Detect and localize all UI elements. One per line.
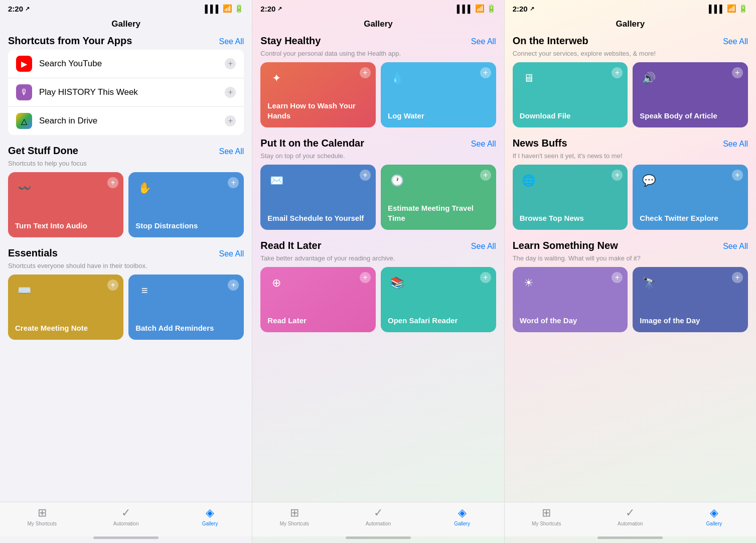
add-image-of-day-button[interactable]: + — [732, 272, 743, 283]
status-left-2: 2:20 ↗ — [260, 5, 282, 13]
home-indicator-1 — [93, 536, 159, 539]
automation-icon-1: ✓ — [121, 506, 130, 519]
tab-automation-2[interactable]: ✓ Automation — [336, 506, 420, 526]
add-log-water-button[interactable]: + — [480, 67, 491, 78]
card-batch-reminders[interactable]: ≡ + Batch Add Reminders — [128, 275, 244, 340]
card-speak-article[interactable]: 🔊 + Speak Body of Article — [633, 62, 748, 127]
list-icon: ≡ — [135, 282, 154, 300]
shortcut-youtube[interactable]: ▶ Search YouTube + — [8, 50, 244, 78]
nav-title-3: Gallery — [505, 15, 756, 35]
tab-gallery-2[interactable]: ◈ Gallery — [420, 506, 504, 526]
shortcut-list: ▶ Search YouTube + 🎙 Play HISTORY This W… — [8, 50, 244, 135]
drive-icon: △ — [16, 113, 32, 129]
add-twitter-explore-button[interactable]: + — [732, 170, 743, 181]
add-podcast-button[interactable]: + — [225, 87, 236, 98]
card-wash-hands[interactable]: ✦ + Learn How to Wash Your Hands — [260, 62, 376, 127]
status-right-3: ▌▌▌ 📶 🔋 — [709, 4, 748, 13]
card-twitter-explore[interactable]: 💬 + Check Twitter Explore — [633, 165, 748, 230]
droplet-icon: 💧 — [388, 69, 406, 87]
add-safari-reader-button[interactable]: + — [480, 272, 491, 283]
automation-label-1: Automation — [113, 521, 139, 526]
card-travel-time[interactable]: 🕐 + Estimate Meeting Travel Time — [381, 165, 496, 230]
my-shortcuts-icon-2: ⊞ — [290, 506, 299, 519]
cards-read-later: ⊕ + Read Later 📚 + Open Safari Reader — [260, 267, 496, 332]
shortcut-podcast[interactable]: 🎙 Play HISTORY This Week + — [8, 78, 244, 107]
gallery-icon-3: ◈ — [710, 506, 718, 519]
tab-gallery-3[interactable]: ◈ Gallery — [672, 506, 756, 526]
tab-my-shortcuts-3[interactable]: ⊞ My Shortcuts — [505, 506, 588, 526]
plus-circle-icon: ⊕ — [267, 274, 285, 292]
card-email-schedule[interactable]: ✉️ + Email Schedule to Yourself — [260, 165, 376, 230]
see-all-news-buffs[interactable]: See All — [723, 140, 748, 149]
automation-label-2: Automation — [366, 521, 391, 526]
card-turn-text-audio[interactable]: 〰️ + Turn Text Into Audio — [8, 172, 123, 237]
tab-automation-1[interactable]: ✓ Automation — [84, 506, 168, 526]
card-safari-reader[interactable]: 📚 + Open Safari Reader — [381, 267, 496, 332]
add-speak-article-button[interactable]: + — [732, 67, 743, 78]
status-left-1: 2:20 ↗ — [8, 5, 30, 13]
card-create-meeting-note[interactable]: ⌨️ + Create Meeting Note — [8, 275, 123, 340]
card-label-turn-text: Turn Text Into Audio — [15, 221, 116, 231]
section-title-read-later: Read It Later — [260, 240, 321, 251]
section-header-gsd: Get Stuff Done See All — [8, 145, 244, 157]
section-header-read-later: Read It Later See All — [260, 240, 496, 251]
scroll-area-3: On the Interweb See All Connect your ser… — [505, 35, 756, 502]
add-download-file-button[interactable]: + — [612, 67, 623, 78]
card-image-of-day[interactable]: 🔭 + Image of the Day — [633, 267, 748, 332]
section-header-interweb: On the Interweb See All — [513, 35, 748, 47]
section-header-learn-new: Learn Something New See All — [513, 240, 748, 251]
add-browse-news-button[interactable]: + — [612, 170, 623, 181]
card-log-water[interactable]: 💧 + Log Water — [381, 62, 496, 127]
my-shortcuts-icon-1: ⊞ — [38, 506, 47, 519]
card-read-later[interactable]: ⊕ + Read Later — [260, 267, 376, 332]
tab-my-shortcuts-2[interactable]: ⊞ My Shortcuts — [252, 506, 336, 526]
status-bar-3: 2:20 ↗ ▌▌▌ 📶 🔋 — [505, 0, 756, 15]
tab-my-shortcuts-1[interactable]: ⊞ My Shortcuts — [0, 506, 84, 526]
see-all-stay-healthy[interactable]: See All — [471, 37, 496, 46]
see-all-read-later[interactable]: See All — [471, 242, 496, 251]
section-subtitle-read-later: Take better advantage of your reading ar… — [260, 254, 496, 262]
see-all-interweb[interactable]: See All — [723, 37, 748, 46]
add-youtube-button[interactable]: + — [225, 58, 236, 69]
battery-icon-1: 🔋 — [234, 4, 244, 13]
section-title-learn-new: Learn Something New — [513, 240, 618, 251]
card-label-twitter-explore: Check Twitter Explore — [640, 213, 741, 223]
shortcut-drive-label: Search in Drive — [39, 116, 225, 126]
add-word-of-day-button[interactable]: + — [612, 272, 623, 283]
see-all-gsd[interactable]: See All — [219, 147, 244, 156]
add-batch-reminders-button[interactable]: + — [228, 280, 239, 291]
my-shortcuts-label-1: My Shortcuts — [28, 521, 57, 526]
globe-icon: 🌐 — [520, 172, 538, 190]
add-read-later-button[interactable]: + — [360, 272, 371, 283]
status-right-2: ▌▌▌ 📶 🔋 — [457, 4, 496, 13]
see-all-calendar[interactable]: See All — [471, 140, 496, 149]
add-turn-text-button[interactable]: + — [107, 177, 118, 188]
shortcut-drive[interactable]: △ Search in Drive + — [8, 107, 244, 135]
add-drive-button[interactable]: + — [225, 115, 236, 126]
cards-news-buffs: 🌐 + Browse Top News 💬 + Check Twitter Ex… — [513, 165, 748, 230]
tab-automation-3[interactable]: ✓ Automation — [588, 506, 672, 526]
see-all-learn-new[interactable]: See All — [723, 242, 748, 251]
see-all-shortcuts[interactable]: See All — [219, 37, 244, 46]
add-stop-distractions-button[interactable]: + — [228, 177, 239, 188]
automation-icon-2: ✓ — [374, 506, 383, 519]
tab-bar-3: ⊞ My Shortcuts ✓ Automation ◈ Gallery — [505, 502, 756, 536]
card-stop-distractions[interactable]: ✋ + Stop Distractions — [128, 172, 244, 237]
add-email-schedule-button[interactable]: + — [360, 170, 371, 181]
section-subtitle-essentials: Shortcuts everyone should have in their … — [8, 262, 244, 269]
see-all-essentials[interactable]: See All — [219, 249, 244, 258]
card-word-of-day[interactable]: ☀ + Word of the Day — [513, 267, 628, 332]
add-travel-time-button[interactable]: + — [480, 170, 491, 181]
card-browse-top-news[interactable]: 🌐 + Browse Top News — [513, 165, 628, 230]
battery-icon-3: 🔋 — [738, 4, 748, 13]
section-header-calendar: Put It on the Calendar See All — [260, 138, 496, 149]
card-label-batch-reminders: Batch Add Reminders — [135, 323, 237, 333]
add-wash-hands-button[interactable]: + — [360, 67, 371, 78]
time-2: 2:20 — [260, 5, 275, 13]
time-3: 2:20 — [513, 5, 528, 13]
speaker-icon: 🔊 — [640, 69, 658, 87]
add-meeting-note-button[interactable]: + — [107, 280, 118, 291]
card-label-wash-hands: Learn How to Wash Your Hands — [267, 101, 369, 120]
card-download-file[interactable]: 🖥 + Download File — [513, 62, 628, 127]
tab-gallery-1[interactable]: ◈ Gallery — [168, 506, 252, 526]
